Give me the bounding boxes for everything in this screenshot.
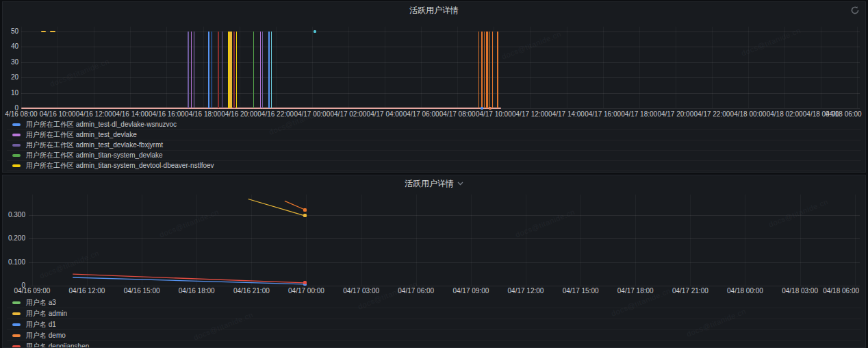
series-point xyxy=(303,208,307,212)
legend-label: 用户名 dengjianshen xyxy=(26,342,89,348)
x-tick-label: 04/18 02:00 xyxy=(767,110,803,118)
series-spike xyxy=(191,32,192,108)
x-tick-label: 04/17 18:00 xyxy=(617,287,654,295)
legend-label: 用户所在工作区 admin_test_devlake-fbxjyrmt xyxy=(26,140,163,150)
y-tick-label: 0.300 xyxy=(3,212,25,219)
x-tick-label: 04/17 12:00 xyxy=(512,110,548,118)
legend-item[interactable]: 用户名 dengjianshen xyxy=(7,341,861,348)
x-tick-label: 04/16 20:00 xyxy=(221,110,257,118)
legend-color-swatch xyxy=(12,312,21,315)
series-spike xyxy=(188,32,189,108)
legend-item[interactable]: 用户名 admin xyxy=(7,308,861,319)
legend-label: 用户名 demo xyxy=(26,331,66,340)
gridline xyxy=(348,27,349,108)
x-tick-label: 4/16 08:00 xyxy=(5,110,37,118)
zero-value-series-line xyxy=(21,108,501,109)
gridline xyxy=(857,27,858,108)
legend-item[interactable]: 用户所在工作区 admin_test_devlake-fbxjyrmt xyxy=(7,140,861,151)
legend-item[interactable]: 用户名 a3 xyxy=(7,297,861,308)
series-spike xyxy=(233,32,235,108)
series-spike xyxy=(484,32,485,108)
gridline xyxy=(712,27,713,108)
legend-bottom: 用户名 a3用户名 admin用户名 d1用户名 demo用户名 dengjia… xyxy=(7,297,861,348)
series-spike xyxy=(228,32,229,108)
gridline xyxy=(748,27,749,108)
y-tick-label: 0.100 xyxy=(3,259,25,266)
y-axis-bottom: 00.1000.2000.300 xyxy=(3,195,25,286)
series-point xyxy=(303,214,307,217)
x-tick-label: 04/17 20:00 xyxy=(657,110,693,118)
x-tick-label: 04/18 06:00 xyxy=(826,110,862,118)
gridline xyxy=(639,27,640,108)
panel-active-users-top: 活跃用户详情 01020304050 4/16 08:0004/16 10:00… xyxy=(2,1,866,173)
series-spike xyxy=(478,32,479,108)
series-spike xyxy=(497,32,498,108)
gridline xyxy=(166,27,167,108)
x-tick-label: 04/17 15:00 xyxy=(563,287,599,295)
x-tick-label: 04/17 18:00 xyxy=(621,110,657,118)
series-dash xyxy=(50,31,55,32)
gridline xyxy=(784,27,785,108)
x-tick-label: 04/17 06:00 xyxy=(398,287,434,295)
panel-header-top[interactable]: 活跃用户详情 xyxy=(3,2,865,18)
series-point xyxy=(489,107,492,110)
legend-item[interactable]: 用户名 d1 xyxy=(7,319,861,330)
gridline xyxy=(21,93,860,94)
series-spike xyxy=(262,32,263,108)
plot-area-bottom[interactable] xyxy=(29,195,860,286)
legend-color-swatch xyxy=(12,323,21,326)
series-spike xyxy=(194,32,194,108)
x-tick-label: 04/18 00:00 xyxy=(727,287,763,295)
gridline xyxy=(21,77,860,78)
x-tick-label: 04/16 16:00 xyxy=(149,110,185,118)
x-tick-label: 04/17 21:00 xyxy=(672,287,709,295)
legend-label: 用户所在工作区 admin_test_devlake xyxy=(26,130,137,140)
series-spike xyxy=(260,32,261,108)
series-spike xyxy=(492,32,493,108)
legend-color-swatch xyxy=(12,164,21,167)
x-tick-label: 04/17 09:00 xyxy=(452,287,489,295)
gridline xyxy=(203,27,204,108)
gridline xyxy=(821,27,821,108)
gridline xyxy=(603,27,604,108)
plot-area-top[interactable] xyxy=(21,27,860,108)
x-tick-label: 04/17 00:00 xyxy=(294,110,330,118)
gridline xyxy=(494,27,494,108)
x-tick-label: 04/16 12:00 xyxy=(76,110,112,118)
x-axis-bottom: 04/16 09:0004/16 12:0004/16 15:0004/16 1… xyxy=(29,287,860,295)
legend-label: 用户名 a3 xyxy=(26,298,56,308)
x-tick-label: 04/17 16:00 xyxy=(585,110,621,118)
legend-item[interactable]: 用户所在工作区 admin_test-dl_devlake-wsnuzvoc xyxy=(7,120,861,130)
x-tick-label: 04/17 08:00 xyxy=(439,110,476,118)
series-spike xyxy=(268,32,270,108)
panel-title[interactable]: 活跃用户详情 xyxy=(409,5,459,16)
gridline xyxy=(457,27,458,108)
x-tick-label: 04/16 21:00 xyxy=(233,287,270,295)
gridline xyxy=(29,286,860,286)
gridline xyxy=(385,27,385,108)
x-tick-label: 04/16 09:00 xyxy=(14,287,50,295)
legend-item[interactable]: 用户所在工作区 admin_test_devlake xyxy=(7,130,861,140)
refresh-icon[interactable] xyxy=(850,5,860,15)
legend-label: 用户所在工作区 admin_titan-system_devlake xyxy=(26,151,163,160)
x-tick-label: 04/17 12:00 xyxy=(508,287,544,295)
panel-title[interactable]: 活跃用户详情 xyxy=(405,178,454,190)
legend-color-swatch xyxy=(12,154,21,157)
legend-item[interactable]: 用户所在工作区 admin_titan-system_devlake xyxy=(7,151,861,161)
series-line xyxy=(285,201,305,210)
gridline xyxy=(21,47,860,47)
y-tick-label: 40 xyxy=(3,43,18,50)
gridline xyxy=(130,27,131,108)
legend-item[interactable]: 用户名 demo xyxy=(7,330,861,341)
x-tick-label: 04/17 04:00 xyxy=(367,110,403,118)
x-tick-label: 04/17 22:00 xyxy=(693,110,730,118)
gridline xyxy=(567,27,567,108)
legend-label: 用户所在工作区 admin_titan-system_devtool-dbeav… xyxy=(26,161,214,171)
x-tick-label: 04/18 03:00 xyxy=(782,287,818,295)
x-tick-label: 04/17 02:00 xyxy=(330,110,366,118)
legend-top: 用户所在工作区 admin_test-dl_devlake-wsnuzvoc用户… xyxy=(7,120,861,171)
series-line xyxy=(248,199,305,216)
gridline xyxy=(240,27,240,108)
panel-header-bottom[interactable]: 活跃用户详情 xyxy=(3,175,865,192)
legend-item[interactable]: 用户所在工作区 admin_titan-system_devtool-dbeav… xyxy=(7,161,861,171)
